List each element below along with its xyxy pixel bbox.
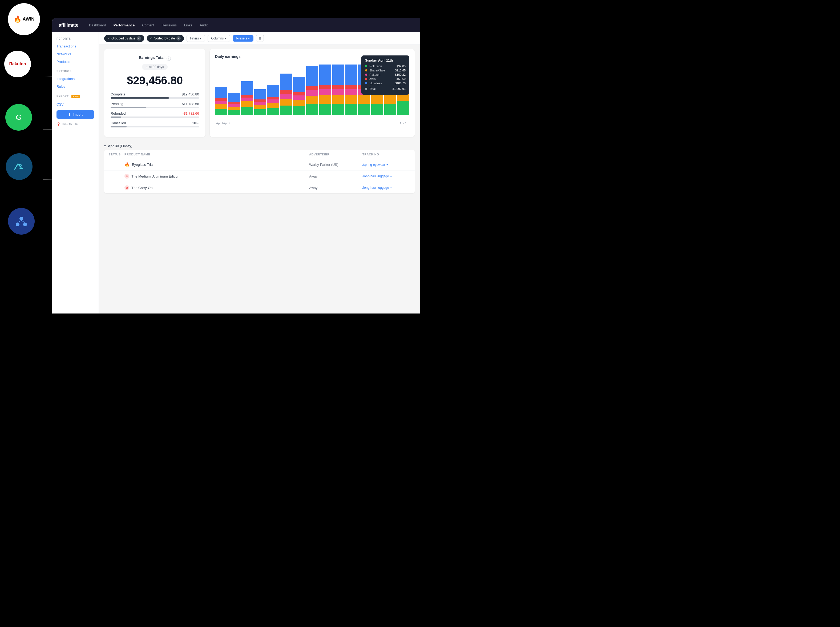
brand-logo: affilimate [59, 22, 79, 28]
svg-line-3 [17, 221, 21, 222]
refersion-icon [13, 160, 26, 173]
rakuten-label: Rakuten [370, 73, 393, 76]
warning-icon-3: ⊘ [124, 185, 129, 190]
bar-group-0[interactable] [215, 87, 227, 115]
remove-grouped-chip[interactable]: ✕ [137, 36, 141, 41]
sorted-by-date-chip[interactable]: ✓ Sorted by date ✕ [147, 35, 184, 42]
bar-group-6[interactable] [293, 77, 305, 115]
table-row[interactable]: 🔥 Eyeglass Trial Warby Parker (US) /spri… [104, 159, 415, 171]
awin-logo-circle: 🔥 AWIN [8, 3, 40, 35]
advertiser-1: Warby Parker (US) [309, 162, 362, 167]
tracking-2[interactable]: /long-haul-luggage ✦ [362, 174, 411, 178]
product-name-3: The Carry-On [131, 186, 153, 190]
refunded-label: Refunded [111, 112, 126, 115]
chart-tooltip: Sunday, April 11th Refersion $92.85 Shar… [361, 55, 409, 95]
pending-label: Pending [111, 102, 123, 106]
cancelled-amount: 10% [192, 121, 199, 125]
complete-label: Complete [111, 92, 126, 96]
gj-logo-circle: G [5, 104, 32, 131]
skimlinks-value: $486.79 [395, 82, 406, 85]
earnings-period: Last 30 days [142, 64, 168, 70]
refersion-value: $92.85 [396, 65, 406, 68]
sidebar-item-rules[interactable]: Rules [52, 83, 99, 90]
table-row[interactable]: ⊘ The Carry-On Away /long-haul-luggage ✦ [104, 182, 415, 193]
import-label: Import [73, 112, 83, 117]
nav-dashboard[interactable]: Dashboard [89, 23, 106, 27]
sidebar-item-transactions[interactable]: Transactions [52, 43, 99, 50]
sorted-by-date-label: Sorted by date [154, 36, 175, 40]
grouped-by-date-label: Grouped by date [112, 36, 135, 40]
rakuten-logo-circle: Rakuten [4, 50, 31, 77]
date-group-header[interactable]: ▾ Apr 30 (Friday) [104, 141, 415, 150]
nav-content[interactable]: Content [142, 23, 154, 27]
earnings-pending-row: Pending $11,788.66 [111, 102, 199, 108]
complete-progress-track [111, 97, 199, 99]
refunded-progress-fill [111, 117, 121, 118]
check-icon: ✓ [107, 36, 110, 40]
sidebar-item-csv[interactable]: CSV [52, 101, 99, 108]
table-row[interactable]: ⊘ The Medium: Aluminum Edition Away /lon… [104, 171, 415, 182]
filter-settings-button[interactable]: ⊞ [256, 35, 264, 42]
bar-group-9[interactable] [332, 65, 344, 115]
svg-line-4 [21, 221, 25, 222]
gj-text: G [16, 113, 22, 121]
bar-group-10[interactable] [345, 65, 357, 115]
x-label-apr7: Apr 7 [223, 121, 230, 125]
product-name-2: The Medium: Aluminum Edition [131, 174, 179, 178]
earnings-info-icon[interactable]: i [167, 57, 171, 61]
bar-group-4[interactable] [267, 85, 279, 115]
rakuten-value: $150.22 [395, 73, 406, 76]
earnings-complete-row: Complete $19,450.80 [111, 92, 199, 99]
tooltip-skimlinks: Skimlinks $486.79 [365, 82, 406, 85]
skimlinks-label: Skimlinks [370, 82, 393, 85]
earnings-card: Earnings Total i Last 30 days $29,456.80… [104, 49, 206, 137]
total-label: Total [370, 87, 390, 90]
awin-value: $59.60 [396, 77, 406, 80]
tracking-1[interactable]: /spring-eyewear ✦ [362, 163, 411, 167]
bar-group-2[interactable] [241, 81, 253, 115]
reports-section: REPORTS Transactions Networks Products [52, 37, 99, 66]
columns-button[interactable]: Columns ▾ [208, 35, 230, 42]
affiliate-icon [14, 214, 28, 228]
x-label-apr15: Apr 15 [400, 121, 408, 125]
bar-group-7[interactable] [306, 66, 318, 115]
advertiser-col-header: Advertiser [309, 153, 362, 156]
nav-audit[interactable]: Audit [200, 23, 208, 27]
bar-group-8[interactable] [319, 65, 331, 115]
total-value: $1,002.91 [393, 87, 406, 90]
refersion-dot [365, 65, 367, 67]
svg-point-1 [16, 222, 19, 226]
nav-performance[interactable]: Performance [113, 23, 135, 27]
columns-label: Columns [211, 36, 223, 40]
import-button[interactable]: ⬆ Import [57, 110, 94, 119]
sidebar-item-integrations[interactable]: Integrations [52, 75, 99, 83]
sidebar-item-networks[interactable]: Networks [52, 50, 99, 58]
bar-group-5[interactable] [280, 74, 292, 115]
bar-group-3[interactable] [254, 89, 266, 115]
status-col-header: Status [109, 153, 124, 156]
bar-group-1[interactable] [228, 93, 240, 115]
svg-point-2 [23, 222, 27, 226]
filters-button[interactable]: Filters ▾ [187, 35, 205, 42]
external-link-icon-3: ✦ [390, 186, 392, 189]
nav-revisions[interactable]: Revisions [162, 23, 177, 27]
earnings-refunded-row: Refunded -$1,782.66 [111, 112, 199, 118]
presets-button[interactable]: Presets ▾ [233, 35, 254, 42]
grouped-by-date-chip[interactable]: ✓ Grouped by date ✕ [104, 35, 144, 42]
cancelled-progress-fill [111, 126, 127, 128]
chart-card: Daily earnings Sunday, April 11th Refers… [210, 49, 415, 137]
how-to-use-link[interactable]: ❓ How to use [52, 121, 99, 128]
advertiser-3: Away [309, 186, 362, 190]
rakuten-text: Rakuten [9, 61, 26, 66]
date-group-label: Apr 30 (Friday) [108, 144, 132, 148]
total-dot [365, 88, 367, 90]
tracking-3[interactable]: /long-haul-luggage ✦ [362, 186, 411, 189]
remove-sorted-chip[interactable]: ✕ [176, 36, 181, 41]
nav-links[interactable]: Links [184, 23, 192, 27]
export-section: EXPORT NEW CSV ⬆ Import ❓ How to use [52, 95, 99, 128]
external-link-icon-2: ✦ [390, 175, 392, 178]
sidebar-item-products[interactable]: Products [52, 58, 99, 66]
x-label-apr1: Apr 1 [216, 121, 223, 125]
tracking-col-header: Tracking [362, 153, 411, 156]
reports-title: REPORTS [52, 37, 99, 43]
